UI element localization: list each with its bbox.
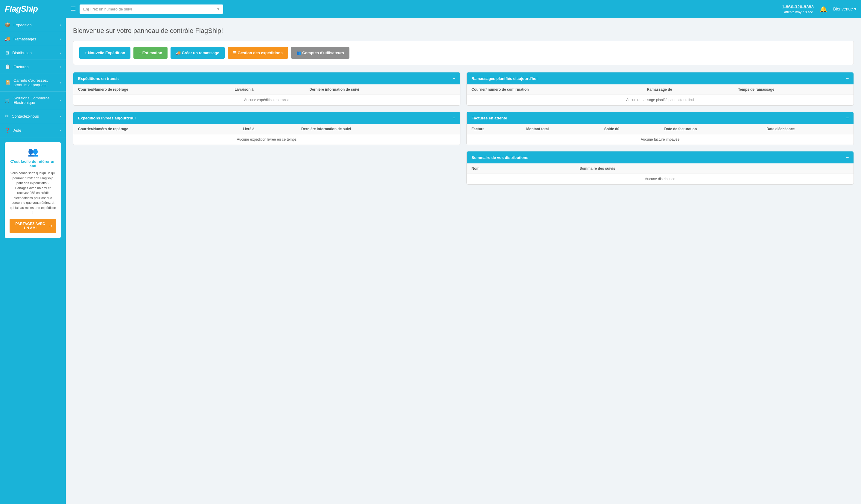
comptes-button[interactable]: 👥 Comptes d'utilisateurs: [291, 47, 350, 59]
sidebar-label-distribution: Distribution: [12, 51, 60, 55]
refer-arrow-icon: ➜: [49, 224, 52, 228]
welcome-dropdown[interactable]: Bienvenue ▾: [833, 6, 856, 11]
header-right: 1-866-320-8383 Attente moy. : 8 sec. 🔔 B…: [782, 4, 856, 14]
factures-col-solde: Solde dû: [600, 124, 660, 134]
transit-panel-title: Expéditions en transit: [78, 76, 119, 81]
livrees-panel-body: Courrier/Numéro de repérage Livré à Dern…: [73, 124, 460, 145]
distributions-col-sommaire: Sommaire des suivis: [575, 163, 853, 174]
carnets-icon: 📔: [5, 80, 11, 85]
sidebar-arrow-carnets: ›: [60, 81, 61, 84]
refer-text: Vous connaissez quelqu'un qui pourrait p…: [10, 171, 56, 215]
distributions-panel-collapse[interactable]: −: [846, 155, 849, 160]
gestion-button[interactable]: ☰ Gestion des expéditions: [228, 47, 288, 59]
livrees-panel-title: Expéditions livrées aujourd'hui: [78, 116, 136, 120]
new-expedition-button[interactable]: + Nouvelle Expédition: [79, 47, 131, 59]
factures-col-date-ech: Date d'échéance: [762, 124, 853, 134]
sidebar-item-ramassages[interactable]: 🚚 Ramassages ›: [0, 32, 66, 46]
ramassages-col-temps: Temps de ramassage: [733, 84, 853, 95]
refer-button[interactable]: PARTAGEZ AVEC UN AMI ➜: [10, 219, 56, 233]
ramassages-col-de: Ramassage de: [642, 84, 733, 95]
livrees-table: Courrier/Numéro de repérage Livré à Dern…: [73, 124, 460, 145]
tracking-search[interactable]: En[T]rez un numéro de suivi: [80, 4, 223, 14]
sidebar-item-aide[interactable]: ❓ Aide ›: [0, 123, 66, 137]
sidebar-arrow-ramassages: ›: [60, 37, 61, 41]
search-bar[interactable]: En[T]rez un numéro de suivi ▼: [80, 4, 223, 14]
phone-info: 1-866-320-8383 Attente moy. : 8 sec.: [782, 4, 814, 14]
factures-panel-header: Factures en attente −: [467, 112, 853, 124]
estimation-label: + Estimation: [139, 51, 162, 55]
page-title: Bienvenue sur votre panneau de contrôle …: [73, 27, 854, 35]
sidebar-arrow-contact: ›: [60, 114, 61, 118]
logo: FlagShip: [5, 4, 71, 14]
refer-card: 👥 C'est facile de référer un ami Vous co…: [5, 142, 61, 238]
factures-panel-collapse[interactable]: −: [846, 115, 849, 120]
hamburger-icon[interactable]: ☰: [71, 5, 76, 13]
factures-col-montant: Montant total: [521, 124, 600, 134]
factures-col-facture: Facture: [467, 124, 521, 134]
logo-text: FlagShip: [5, 4, 38, 14]
distribution-icon: 🖥: [5, 50, 9, 55]
contact-icon: ✉: [5, 113, 9, 119]
ramassage-button[interactable]: 🚚 Créer un ramassage: [170, 47, 225, 59]
sidebar-item-solutions[interactable]: 🛒 Solutions Commerce Electronique ›: [0, 92, 66, 109]
gestion-label: ☰ Gestion des expéditions: [233, 51, 283, 55]
transit-panel-header: Expéditions en transit −: [73, 72, 460, 84]
transit-panel-collapse[interactable]: −: [453, 76, 455, 81]
distributions-panel-header: Sommaire de vos distributions −: [467, 151, 853, 163]
aide-icon: ❓: [5, 127, 11, 133]
ramassages-panel-header: Ramassages planifiés d'aujourd'hui −: [467, 72, 853, 84]
factures-panel: Factures en attente − Facture Montant to…: [466, 112, 854, 145]
sidebar-item-carnets[interactable]: 📔 Carnets d'adresses, produits et paquet…: [0, 74, 66, 92]
new-expedition-label: + Nouvelle Expédition: [85, 51, 125, 55]
estimation-button[interactable]: + Estimation: [134, 47, 167, 59]
refer-icon: 👥: [10, 147, 56, 157]
ramassages-panel-collapse[interactable]: −: [846, 76, 849, 81]
distributions-panel-title: Sommaire de vos distributions: [472, 155, 528, 160]
sidebar: 📦 Expédition › 🚚 Ramassages › 🖥 Distribu…: [0, 18, 66, 504]
livrees-col-courrier: Courrier/Numéro de repérage: [73, 124, 238, 134]
solutions-icon: 🛒: [5, 98, 11, 103]
sidebar-item-distribution[interactable]: 🖥 Distribution ›: [0, 46, 66, 60]
sidebar-arrow-aide: ›: [60, 128, 61, 132]
expedition-icon: 📦: [5, 22, 11, 28]
ramassages-empty-message: Aucun ramassage planifié pour aujourd'hu…: [467, 95, 853, 105]
transit-panel-body: Courrier/Numéro de repérage Livraison à …: [73, 84, 460, 105]
refer-button-label: PARTAGEZ AVEC UN AMI: [14, 222, 47, 230]
dashboard-grid: Expéditions en transit − Courrier/Numéro…: [73, 72, 854, 185]
ramassages-panel-body: Courrier/ numéro de confirmation Ramassa…: [467, 84, 853, 105]
sidebar-label-aide: Aide: [13, 128, 60, 133]
sidebar-item-factures[interactable]: 📋 Factures ›: [0, 60, 66, 74]
livrees-panel: Expéditions livrées aujourd'hui − Courri…: [73, 112, 461, 145]
transit-table: Courrier/Numéro de repérage Livraison à …: [73, 84, 460, 105]
phone-number: 1-866-320-8383: [782, 4, 814, 10]
main-content: Bienvenue sur votre panneau de contrôle …: [66, 18, 861, 504]
livrees-col-livre: Livré à: [238, 124, 297, 134]
sidebar-arrow-distribution: ›: [60, 51, 61, 55]
ramassages-panel: Ramassages planifiés d'aujourd'hui − Cou…: [466, 72, 854, 106]
ramassages-icon: 🚚: [5, 36, 11, 42]
sidebar-label-expedition: Expédition: [13, 23, 60, 27]
header: FlagShip ☰ En[T]rez un numéro de suivi ▼…: [0, 0, 861, 18]
factures-icon: 📋: [5, 64, 11, 69]
livrees-empty-message: Aucune expédition livrée en ce temps: [73, 134, 460, 145]
livrees-panel-collapse[interactable]: −: [453, 115, 455, 120]
bell-icon[interactable]: 🔔: [820, 5, 827, 13]
wait-time: Attente moy. : 8 sec.: [782, 10, 814, 14]
comptes-label: 👥 Comptes d'utilisateurs: [297, 51, 344, 55]
sidebar-label-carnets: Carnets d'adresses, produits et paquets: [13, 78, 60, 87]
sidebar-item-contact[interactable]: ✉ Contactez-nous ›: [0, 109, 66, 123]
factures-empty-message: Aucune facture impayée: [467, 134, 853, 145]
factures-panel-body: Facture Montant total Solde dû Date de f…: [467, 124, 853, 145]
distributions-col-nom: Nom: [467, 163, 575, 174]
distributions-empty-message: Aucune distribution: [467, 174, 853, 185]
ramassage-label: 🚚 Créer un ramassage: [176, 51, 219, 55]
refer-title: C'est facile de référer un ami: [10, 159, 56, 168]
sidebar-arrow-solutions: ›: [60, 98, 61, 102]
sidebar-label-ramassages: Ramassages: [13, 37, 60, 41]
sidebar-label-contact: Contactez-nous: [12, 114, 60, 119]
sidebar-item-expedition[interactable]: 📦 Expédition ›: [0, 18, 66, 32]
ramassages-table: Courrier/ numéro de confirmation Ramassa…: [467, 84, 853, 105]
livrees-col-suivi: Dernière information de suivi: [297, 124, 460, 134]
ramassages-panel-title: Ramassages planifiés d'aujourd'hui: [472, 76, 537, 81]
layout: 📦 Expédition › 🚚 Ramassages › 🖥 Distribu…: [0, 0, 861, 504]
